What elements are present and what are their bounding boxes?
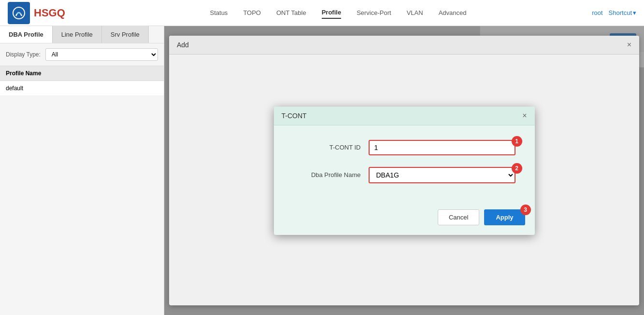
- nav-menu: Status TOPO ONT Table Profile Service-Po…: [85, 7, 592, 19]
- apply-button[interactable]: Apply: [484, 209, 525, 225]
- tab-srv-profile[interactable]: Srv Profile: [102, 26, 149, 43]
- table-row-default[interactable]: default: [0, 81, 164, 96]
- tcont-close-button[interactable]: ×: [522, 111, 527, 120]
- step-1-circle: 1: [512, 136, 522, 147]
- dba-profile-select[interactable]: DBA1G: [369, 167, 515, 183]
- outer-add-title: Add: [177, 41, 189, 49]
- tab-line-profile[interactable]: Line Profile: [53, 26, 102, 43]
- tcont-id-label: T-CONT ID: [293, 144, 361, 151]
- nav-service-port[interactable]: Service-Port: [357, 7, 391, 18]
- nav-vlan[interactable]: VLAN: [407, 7, 423, 18]
- table-header: Profile Name: [0, 66, 164, 81]
- nav-advanced[interactable]: Advanced: [439, 7, 467, 18]
- display-type-label: Display Type:: [6, 51, 41, 58]
- step-2-circle: 2: [512, 163, 522, 174]
- tcont-body: T-CONT ID 1 Dba Profile Name DBA1G: [274, 125, 535, 205]
- logo-icon: [8, 2, 30, 24]
- dba-profile-label: Dba Profile Name: [293, 171, 361, 178]
- nav-shortcut[interactable]: Shortcut ▾: [609, 9, 636, 16]
- cancel-button[interactable]: Cancel: [438, 209, 479, 225]
- outer-add-body: T-CONT × T-CONT ID 1 Dba Prof: [169, 55, 639, 74]
- tcont-footer: Cancel Apply 3: [274, 205, 535, 235]
- nav-status[interactable]: Status: [210, 7, 228, 18]
- dba-profile-row: Dba Profile Name DBA1G 2: [293, 167, 515, 183]
- main-area: DBA Profile Line Profile Srv Profile Dis…: [0, 26, 644, 315]
- nav-profile[interactable]: Profile: [322, 7, 341, 19]
- navbar: HSGQ Status TOPO ONT Table Profile Servi…: [0, 0, 644, 26]
- navbar-right: root Shortcut ▾: [592, 9, 636, 16]
- nav-user: root: [592, 9, 602, 16]
- logo: HSGQ: [8, 2, 65, 24]
- outer-add-panel: Add × T-CONT × T-CONT ID: [169, 36, 639, 305]
- profile-tabs: DBA Profile Line Profile Srv Profile: [0, 26, 164, 43]
- tcont-title: T-CONT: [282, 112, 307, 120]
- tcont-header: T-CONT ×: [274, 107, 535, 125]
- right-panel: Setting Add default View Details View Bi…: [164, 26, 644, 315]
- display-type-row: Display Type: All: [0, 43, 164, 66]
- nav-topo[interactable]: TOPO: [243, 7, 261, 18]
- step-3-circle: 3: [520, 205, 531, 215]
- logo-text: HSGQ: [34, 7, 65, 19]
- display-type-select[interactable]: All: [45, 48, 158, 61]
- left-panel: DBA Profile Line Profile Srv Profile Dis…: [0, 26, 164, 315]
- tcont-id-row: T-CONT ID 1: [293, 140, 515, 155]
- tab-dba-profile[interactable]: DBA Profile: [0, 26, 53, 43]
- outer-add-header: Add ×: [169, 36, 639, 55]
- nav-ont-table[interactable]: ONT Table: [276, 7, 306, 18]
- outer-close-button[interactable]: ×: [627, 41, 631, 49]
- tcont-modal: T-CONT × T-CONT ID 1 Dba Prof: [274, 107, 535, 235]
- tcont-id-input[interactable]: [369, 140, 515, 155]
